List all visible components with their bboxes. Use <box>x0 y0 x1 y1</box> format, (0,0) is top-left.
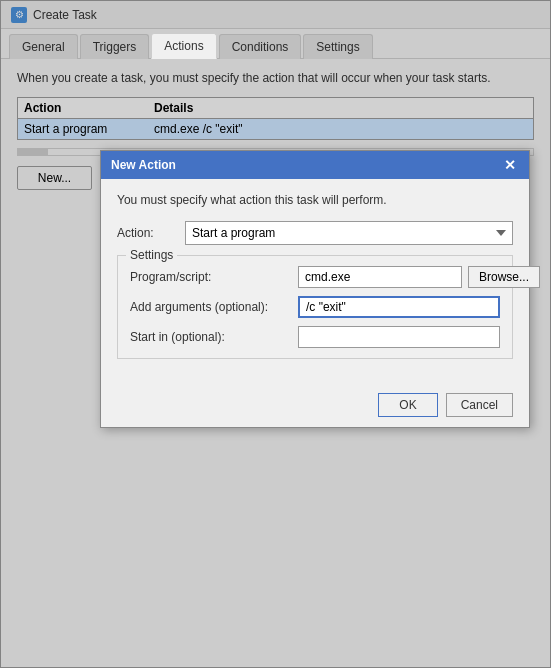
modal-overlay: New Action ✕ You must specify what actio… <box>0 0 551 668</box>
program-label: Program/script: <box>130 270 290 284</box>
program-input[interactable] <box>298 266 462 288</box>
action-form-row: Action: Start a programSend an e-mail (d… <box>117 221 513 245</box>
arguments-row: Add arguments (optional): <box>130 296 500 318</box>
arguments-input[interactable] <box>298 296 500 318</box>
cancel-button[interactable]: Cancel <box>446 393 513 417</box>
program-row: Program/script: Browse... <box>130 266 500 288</box>
modal-description: You must specify what action this task w… <box>117 193 513 207</box>
new-action-modal: New Action ✕ You must specify what actio… <box>100 150 530 428</box>
tab-actions[interactable]: Actions <box>151 33 216 59</box>
action-select[interactable]: Start a programSend an e-mail (deprecate… <box>185 221 513 245</box>
program-input-group: Browse... <box>298 266 540 288</box>
modal-title: New Action <box>111 158 176 172</box>
startin-row: Start in (optional): <box>130 326 500 348</box>
settings-group-title: Settings <box>126 248 177 262</box>
modal-title-bar: New Action ✕ <box>101 151 529 179</box>
startin-input[interactable] <box>298 326 500 348</box>
browse-button[interactable]: Browse... <box>468 266 540 288</box>
action-label: Action: <box>117 226 177 240</box>
arguments-label: Add arguments (optional): <box>130 300 290 314</box>
settings-group: Settings Program/script: Browse... Add a… <box>117 255 513 359</box>
modal-body: You must specify what action this task w… <box>101 179 529 383</box>
modal-footer: OK Cancel <box>101 383 529 427</box>
startin-label: Start in (optional): <box>130 330 290 344</box>
ok-button[interactable]: OK <box>378 393 437 417</box>
modal-close-button[interactable]: ✕ <box>501 156 519 174</box>
